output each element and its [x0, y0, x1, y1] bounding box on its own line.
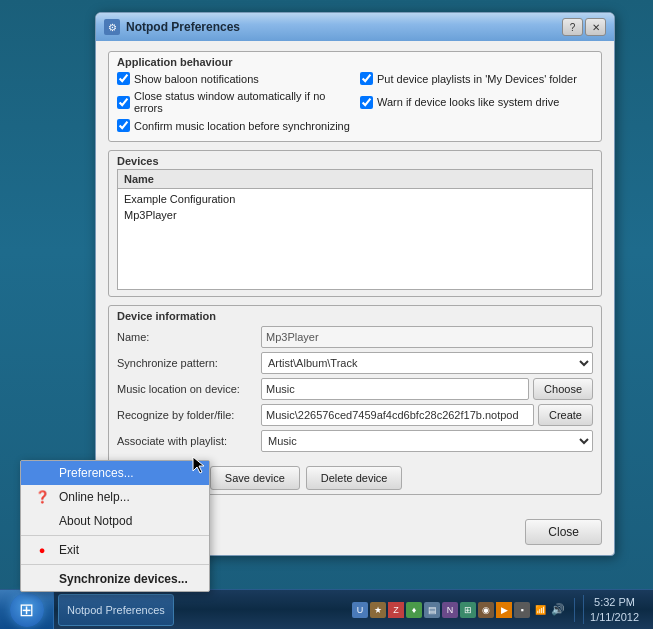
checkbox-put-device-input[interactable] — [360, 72, 373, 85]
checkbox-confirm-music: Confirm music location before synchroniz… — [117, 119, 350, 132]
tray-icon-vlc[interactable]: ▶ — [496, 602, 512, 618]
menu-separator-1 — [21, 535, 209, 536]
checkbox-close-status-input[interactable] — [117, 96, 130, 109]
device-info-label: Device information — [109, 306, 601, 324]
music-location-input-group: Choose — [261, 378, 593, 400]
name-input[interactable] — [261, 326, 593, 348]
tray-icon-monitor[interactable]: ▪ — [514, 602, 530, 618]
device-item-example[interactable]: Example Configuration — [118, 191, 592, 207]
checkbox-warn-device-label: Warn if device looks like system drive — [377, 96, 559, 108]
tray-icon-n[interactable]: N — [442, 602, 458, 618]
menu-item-exit[interactable]: ● Exit — [21, 538, 209, 562]
checkbox-show-balloon-input[interactable] — [117, 72, 130, 85]
clock-time: 5:32 PM — [590, 595, 639, 609]
checkbox-close-status-label: Close status window automatically if no … — [134, 90, 350, 114]
music-location-label: Music location on device: — [117, 383, 257, 395]
dialog-title: Notpod Preferences — [126, 20, 240, 34]
name-row: Name: — [117, 326, 593, 348]
svg-marker-0 — [193, 457, 204, 473]
menu-item-sync[interactable]: Synchronize devices... — [21, 567, 209, 591]
tray-icon-sound[interactable]: 🔊 — [550, 602, 566, 618]
app-behaviour-label: Application behaviour — [109, 52, 601, 70]
checkbox-close-status: Close status window automatically if no … — [117, 90, 350, 114]
devices-list-body: Example Configuration Mp3Player — [118, 189, 592, 289]
exit-icon: ● — [33, 544, 51, 556]
device-item-mp3[interactable]: Mp3Player — [118, 207, 592, 223]
devices-column-name: Name — [118, 170, 592, 189]
associate-playlist-select[interactable]: Music — [261, 430, 593, 452]
tray-icon-u[interactable]: U — [352, 602, 368, 618]
recognize-by-row: Recognize by folder/file: Create — [117, 404, 593, 426]
tray-icon-green[interactable]: ♦ — [406, 602, 422, 618]
menu-item-preferences[interactable]: Preferences... — [21, 461, 209, 485]
clock-area[interactable]: 5:32 PM 1/11/2012 — [583, 595, 645, 624]
save-device-button[interactable]: Save device — [210, 466, 300, 490]
sync-label: Synchronize devices... — [59, 572, 188, 586]
close-title-button[interactable]: ✕ — [585, 18, 606, 36]
recognize-by-input[interactable] — [261, 404, 534, 426]
name-label: Name: — [117, 331, 257, 343]
devices-list-container: Name Example Configuration Mp3Player — [117, 169, 593, 290]
menu-separator-2 — [21, 564, 209, 565]
checkbox-warn-device: Warn if device looks like system drive — [360, 90, 593, 114]
devices-group: Devices Name Example Configuration Mp3Pl… — [108, 150, 602, 297]
exit-label: Exit — [59, 543, 79, 557]
online-help-icon: ❓ — [33, 490, 51, 504]
recognize-by-label: Recognize by folder/file: — [117, 409, 257, 421]
tray-icon-z[interactable]: Z — [388, 602, 404, 618]
windows-logo: ⊞ — [19, 599, 34, 621]
tray-icon-star[interactable]: ★ — [370, 602, 386, 618]
about-label: About Notpod — [59, 514, 132, 528]
checkbox-show-balloon-label: Show baloon notifications — [134, 73, 259, 85]
menu-item-online-help[interactable]: ❓ Online help... — [21, 485, 209, 509]
sync-pattern-row: Synchronize pattern: Artist\Album\Track — [117, 352, 593, 374]
tray-icon-grid[interactable]: ▤ — [424, 602, 440, 618]
recognize-by-input-group: Create — [261, 404, 593, 426]
checkbox-warn-device-input[interactable] — [360, 96, 373, 109]
tray-icon-circle[interactable]: ◉ — [478, 602, 494, 618]
close-button[interactable]: Close — [525, 519, 602, 545]
sync-pattern-select[interactable]: Artist\Album\Track — [261, 352, 593, 374]
checkbox-show-balloon: Show baloon notifications — [117, 72, 350, 85]
associate-playlist-label: Associate with playlist: — [117, 435, 257, 447]
taskbar-notpod[interactable]: Notpod Preferences — [58, 594, 174, 626]
checkbox-confirm-music-label: Confirm music location before synchroniz… — [134, 120, 350, 132]
menu-item-about[interactable]: About Notpod — [21, 509, 209, 533]
dialog-titlebar: ⚙ Notpod Preferences ? ✕ — [96, 13, 614, 41]
tray-icon-signal[interactable]: 📶 — [532, 602, 548, 618]
taskbar-notpod-label: Notpod Preferences — [67, 604, 165, 616]
sync-pattern-label: Synchronize pattern: — [117, 357, 257, 369]
start-orb: ⊞ — [10, 593, 44, 627]
music-location-input[interactable] — [261, 378, 529, 400]
dialog-app-icon: ⚙ — [104, 19, 120, 35]
clock-date: 1/11/2012 — [590, 610, 639, 624]
delete-device-button[interactable]: Delete device — [306, 466, 403, 490]
help-button[interactable]: ? — [562, 18, 583, 36]
music-location-row: Music location on device: Choose — [117, 378, 593, 400]
tray-icon-box[interactable]: ⊞ — [460, 602, 476, 618]
create-button[interactable]: Create — [538, 404, 593, 426]
choose-button[interactable]: Choose — [533, 378, 593, 400]
devices-label: Devices — [109, 151, 601, 169]
taskbar-tray: U ★ Z ♦ ▤ N ⊞ ◉ ▶ ▪ 📶 🔊 5:32 PM 1/11/201… — [344, 595, 653, 624]
tray-icons-row: U ★ Z ♦ ▤ N ⊞ ◉ ▶ ▪ 📶 🔊 — [352, 602, 566, 618]
tray-separator — [574, 598, 575, 622]
associate-playlist-row: Associate with playlist: Music — [117, 430, 593, 452]
start-button[interactable]: ⊞ — [0, 590, 54, 630]
online-help-label: Online help... — [59, 490, 130, 504]
preferences-label: Preferences... — [59, 466, 134, 480]
dialog-title-buttons: ? ✕ — [562, 18, 606, 36]
context-menu: Preferences... ❓ Online help... About No… — [20, 460, 210, 592]
checkbox-put-device-label: Put device playlists in 'My Devices' fol… — [377, 73, 577, 85]
taskbar-apps: Notpod Preferences — [54, 594, 344, 626]
checkbox-put-device: Put device playlists in 'My Devices' fol… — [360, 72, 593, 85]
checkbox-confirm-music-input[interactable] — [117, 119, 130, 132]
taskbar: ⊞ Notpod Preferences U ★ Z ♦ ▤ N ⊞ ◉ ▶ ▪… — [0, 589, 653, 629]
app-behaviour-group: Application behaviour Show baloon notifi… — [108, 51, 602, 142]
